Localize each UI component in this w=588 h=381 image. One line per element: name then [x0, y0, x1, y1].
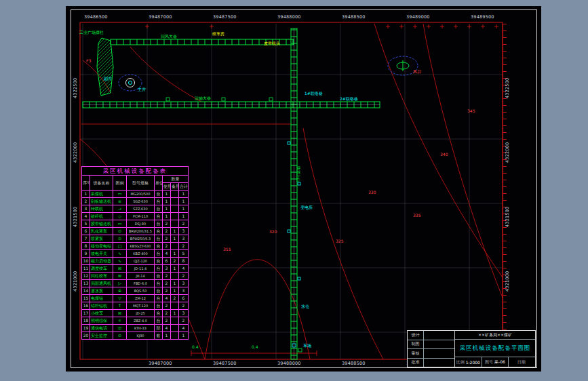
drawing-label: 主井: [138, 87, 146, 92]
equipment-cell: 3: [82, 205, 90, 213]
equipment-cell: 1: [179, 190, 189, 198]
equipment-cell: 1: [179, 205, 189, 213]
equipment-cell: 回柱绞车: [90, 273, 113, 280]
equipment-cell: 1: [171, 250, 179, 258]
equipment-row: 5胶带输送机▭DSJ-80台22: [82, 220, 189, 228]
drawing-label: 340: [440, 153, 448, 157]
drawing-label: 315: [223, 247, 231, 252]
equipment-row: 15电煤钻▽ZM-12台426: [82, 295, 189, 302]
drawing-label: 变电所: [300, 205, 313, 209]
scale-label: 比例: [456, 359, 465, 365]
equipment-cell: 1: [179, 198, 189, 205]
equipment-cell: 胶带输送机: [90, 220, 113, 228]
equipment-cell: [171, 317, 179, 325]
equipment-cell: SGZ-630: [127, 198, 155, 205]
equipment-cell: 20: [82, 332, 90, 340]
equipment-cell: 套: [155, 332, 163, 340]
equipment-cell: 1: [171, 310, 179, 317]
equipment-cell: 3: [179, 310, 189, 317]
equipment-cell: 2: [179, 302, 189, 310]
coordinate-label: 4322000: [73, 142, 78, 163]
drawing-label: 0.4: [252, 345, 258, 349]
equipment-cell: 6: [179, 295, 189, 302]
equipment-cell: 台: [155, 205, 163, 213]
equipment-cell: KTH-33: [127, 325, 155, 332]
equipment-cell: 台: [155, 265, 163, 273]
field-label: 批准: [408, 359, 424, 367]
equipment-cell: [171, 220, 179, 228]
equipment-cell: 1: [163, 332, 171, 340]
equipment-cell: 3: [179, 280, 189, 287]
equipment-cell: 安全监控: [90, 332, 113, 340]
field-row: 设计: [408, 331, 454, 340]
equipment-cell: ▭: [113, 190, 127, 198]
equipment-cell: 1: [179, 332, 189, 340]
equipment-cell: KBZ-400: [127, 250, 155, 258]
equipment-cell: SZZ-630: [127, 205, 155, 213]
equipment-cell: 2: [163, 302, 171, 310]
equipment-cell: 2: [163, 273, 171, 280]
desktop-background: { "drawing": { "top_coords": ["39486500"…: [0, 0, 588, 381]
equipment-cell: 磁力启动器: [90, 258, 113, 265]
field-row: 制图: [408, 340, 454, 350]
equipment-row: 4破碎机◇PCM-110台11: [82, 213, 189, 220]
coordinate-label: 4322500: [505, 78, 510, 98]
equipment-cell: 局部通风机: [90, 280, 113, 287]
equipment-cell: 调度绞车: [90, 265, 113, 273]
equipment-cell: JD-25: [127, 310, 155, 317]
equipment-cell: [171, 213, 179, 220]
equipment-cell: 6: [82, 228, 90, 235]
equipment-cell: 1: [171, 287, 179, 295]
title-block-fields: 设计 制图 审核 批准: [408, 331, 455, 367]
equipment-row: 16锚杆钻机↑MQT-120台22: [82, 302, 189, 310]
equipment-cell: JH-14: [127, 273, 155, 280]
equipment-cell: 5: [82, 220, 90, 228]
equipment-cell: 台: [155, 213, 163, 220]
coordinate-label: 39487500: [213, 361, 237, 366]
equipment-cell: ⊠: [113, 273, 127, 280]
drawing-label: 325: [336, 239, 343, 243]
equipment-cell: 3: [179, 228, 189, 235]
equipment-cell: □: [113, 243, 127, 250]
drawing-label: 2#联络巷: [340, 97, 358, 101]
equipment-cell: 5: [179, 250, 189, 258]
equipment-cell: FBD-6.0: [127, 280, 155, 287]
col-header-use: 使用: [163, 183, 171, 190]
equipment-cell: 15: [82, 295, 90, 302]
coordinate-label: 39488500: [342, 15, 366, 20]
equipment-cell: 台: [155, 198, 163, 205]
equipment-cell: 4: [179, 265, 189, 273]
equipment-cell: 台: [155, 190, 163, 198]
equipment-cell: 2: [163, 287, 171, 295]
date-label: 日期: [517, 359, 526, 365]
field-value: [424, 359, 454, 367]
equipment-cell: ⊙: [113, 332, 127, 340]
equipment-cell: 台: [155, 295, 163, 302]
equipment-cell: 转载机: [90, 205, 113, 213]
equipment-table: 采区机械设备配备表 序号 设备名称 图例 型号规格 单位 数量 使用 备用 合计…: [81, 166, 188, 340]
equipment-cell: JD-11.4: [127, 265, 155, 273]
coordinate-label: 4322500: [73, 78, 78, 98]
equipment-cell: 乳化液泵: [90, 228, 113, 235]
equipment-cell: ∿: [113, 258, 127, 265]
coordinate-label: 39487000: [149, 361, 172, 366]
equipment-cell: 6: [163, 258, 171, 265]
equipment-cell: 潜水泵: [90, 287, 113, 295]
scale-cell: 比例 1:2000: [455, 357, 482, 367]
cad-canvas[interactable]: 3948650039487000394875003948800039488500…: [66, 6, 541, 372]
equipment-cell: 8: [179, 258, 189, 265]
equipment-cell: [171, 243, 179, 250]
equipment-cell: 2: [163, 317, 171, 325]
equipment-cell: [171, 302, 179, 310]
equipment-cell: ☼: [113, 317, 127, 325]
coordinate-label: 39487000: [149, 15, 172, 20]
equipment-cell: 14: [82, 287, 90, 295]
field-label: 制图: [408, 340, 424, 349]
coordinate-label: 4321000: [73, 271, 78, 292]
drawing-label: 运输大巷: [195, 96, 211, 100]
equipment-cell: 2: [163, 280, 171, 287]
equipment-cell: 2: [163, 235, 171, 243]
equipment-cell: 1: [82, 190, 90, 198]
equipment-cell: PCM-110: [127, 213, 155, 220]
equipment-row: 14潜水泵⊕BQS-50台213: [82, 287, 189, 295]
